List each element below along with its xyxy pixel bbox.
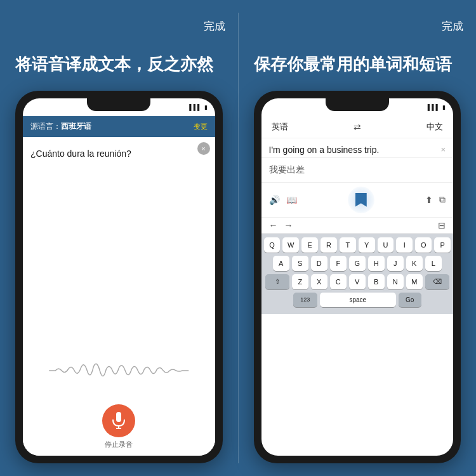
- key-z[interactable]: Z: [292, 274, 308, 289]
- left-phone-mockup: ▌▌▌ ▮ 源语言：西班牙语 变更 × ¿Cuánto dura la reun…: [15, 91, 223, 463]
- key-k[interactable]: K: [406, 256, 423, 271]
- waveform-container: [30, 355, 208, 387]
- right-battery-icon: ▮: [442, 104, 446, 110]
- keyboard: Q W E R T Y U I O P A S D F G H: [261, 234, 454, 314]
- key-l[interactable]: L: [425, 256, 442, 271]
- lang-from[interactable]: 英语: [272, 121, 288, 133]
- keyboard-row-1: Q W E R T Y U I O P: [264, 237, 451, 253]
- translation-result: 我要出差: [261, 158, 454, 183]
- mic-icon: [112, 412, 126, 430]
- lang-to[interactable]: 中文: [426, 121, 443, 133]
- monitor-icon[interactable]: ⊟: [438, 220, 446, 230]
- share-icon[interactable]: ⬆: [425, 195, 433, 205]
- right-done-button[interactable]: 完成: [442, 19, 463, 34]
- go-key[interactable]: Go: [399, 293, 421, 307]
- key-a[interactable]: A: [273, 256, 289, 271]
- right-phone-inner: ▌▌▌ ▮ 英语 ⇄ 中文 I'm going on a business tr…: [261, 98, 454, 456]
- back-icon[interactable]: ←: [269, 220, 278, 230]
- key-d[interactable]: D: [311, 256, 327, 271]
- right-notch: [326, 98, 389, 111]
- left-notch: [87, 98, 150, 111]
- num-key[interactable]: 123: [293, 293, 317, 307]
- source-close-button[interactable]: ×: [440, 145, 446, 154]
- left-done-button[interactable]: 完成: [204, 19, 225, 34]
- key-i[interactable]: I: [396, 237, 413, 253]
- sound-icon[interactable]: 🔊: [269, 195, 280, 205]
- key-u[interactable]: U: [378, 237, 394, 253]
- right-panel: 完成 保存你最常用的单词和短语 ▌▌▌ ▮ 英语 ⇄ 中文 I'm going …: [239, 0, 477, 476]
- bookmark-icon: [355, 193, 367, 207]
- key-e[interactable]: E: [301, 237, 318, 253]
- copy-icon[interactable]: ⧉: [439, 194, 446, 205]
- book-icon[interactable]: 📖: [286, 195, 297, 205]
- left-lang-header: 源语言：西班牙语 变更: [23, 116, 215, 137]
- key-y[interactable]: Y: [359, 237, 375, 253]
- left-panel: 完成 将语音译成文本，反之亦然 ▌▌▌ ▮ 源语言：西班牙语 变更 × ¿Cuá…: [0, 0, 238, 476]
- right-phone-mockup: ▌▌▌ ▮ 英语 ⇄ 中文 I'm going on a business tr…: [254, 91, 461, 463]
- key-v[interactable]: V: [349, 274, 366, 289]
- left-battery-icon: ▮: [204, 104, 208, 110]
- key-t[interactable]: T: [340, 237, 356, 253]
- save-button[interactable]: [348, 187, 374, 213]
- keyboard-row-3: ⇧ Z X C V B N M ⌫: [264, 274, 451, 289]
- forward-icon[interactable]: →: [284, 220, 293, 230]
- key-w[interactable]: W: [282, 237, 299, 253]
- translated-question: ¿Cuánto dura la reunión?: [30, 149, 208, 159]
- key-r[interactable]: R: [321, 237, 337, 253]
- mic-button[interactable]: [102, 404, 135, 437]
- shift-key[interactable]: ⇧: [265, 274, 289, 289]
- key-q[interactable]: Q: [264, 237, 281, 253]
- key-j[interactable]: J: [387, 256, 404, 271]
- action-bar-1: 🔊 📖 ⬆ ⧉: [261, 183, 454, 218]
- right-lang-header: 英语 ⇄ 中文: [261, 116, 454, 138]
- key-s[interactable]: S: [292, 256, 308, 271]
- key-n[interactable]: N: [387, 274, 404, 289]
- action-bar-2: ← → ⊟: [261, 218, 454, 234]
- left-panel-title: 将语音译成文本，反之亦然: [15, 54, 223, 76]
- delete-key[interactable]: ⌫: [425, 274, 449, 289]
- source-text-area: I'm going on a business trip. ×: [261, 138, 454, 158]
- source-text: I'm going on a business trip.: [269, 145, 380, 155]
- left-content-area: × ¿Cuánto dura la reunión?: [23, 137, 215, 398]
- left-close-button[interactable]: ×: [197, 142, 210, 155]
- key-b[interactable]: B: [368, 274, 385, 289]
- right-signal-icon: ▌▌▌: [428, 104, 440, 110]
- keyboard-row-4: 123 space Go: [264, 293, 451, 307]
- mic-area: 停止录音: [23, 398, 215, 456]
- key-x[interactable]: X: [311, 274, 327, 289]
- source-lang-name: 西班牙语: [61, 122, 91, 131]
- waveform-svg: [30, 358, 208, 383]
- swap-lang-button[interactable]: ⇄: [354, 122, 361, 132]
- key-o[interactable]: O: [415, 237, 432, 253]
- left-phone-inner: ▌▌▌ ▮ 源语言：西班牙语 变更 × ¿Cuánto dura la reun…: [23, 98, 215, 456]
- left-signal-icon: ▌▌▌: [189, 104, 201, 110]
- keyboard-row-2: A S D F G H J K L: [264, 256, 451, 271]
- key-h[interactable]: H: [368, 256, 385, 271]
- key-c[interactable]: C: [330, 274, 347, 289]
- right-panel-title: 保存你最常用的单词和短语: [254, 54, 461, 76]
- source-lang-label: 源语言：西班牙语: [30, 121, 91, 132]
- key-g[interactable]: G: [349, 256, 366, 271]
- svg-rect-0: [116, 412, 121, 422]
- mic-stop-label: 停止录音: [105, 440, 133, 449]
- key-f[interactable]: F: [330, 256, 347, 271]
- key-m[interactable]: M: [406, 274, 423, 289]
- key-p[interactable]: P: [434, 237, 451, 253]
- change-lang-button[interactable]: 变更: [194, 122, 208, 131]
- space-key[interactable]: space: [320, 293, 396, 307]
